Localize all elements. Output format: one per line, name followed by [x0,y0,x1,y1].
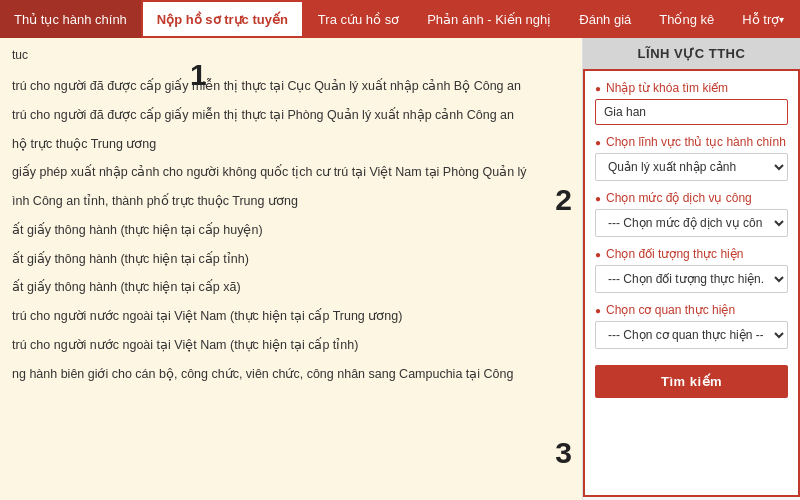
nav-item-tra-cu-h-s[interactable]: Tra cứu hồ sơ [304,0,413,38]
subject-label: Chọn đối tượng thực hiện [595,247,788,261]
list-item[interactable]: hộ trực thuộc Trung ương [12,130,570,159]
step-1-number: 1 [190,58,572,92]
subject-select[interactable]: --- Chọn đối tượng thực hiện... [595,265,788,293]
list-item[interactable]: ất giấy thông hành (thực hiện tại cấp xã… [12,273,570,302]
left-content: tuc trú cho người đã được cấp giấy miễn … [0,38,582,500]
list-item[interactable]: giấy phép xuất nhập cảnh cho người không… [12,158,570,187]
nav-item-phn-nh---kin-ngh[interactable]: Phản ánh - Kiến nghị [413,0,565,38]
service-level-label: Chọn mức độ dịch vụ công [595,191,788,205]
nav-item-nh-gi[interactable]: Đánh giá [565,0,645,38]
list-item[interactable]: ình Công an tỉnh, thành phố trực thuộc T… [12,187,570,216]
nav-item-th-tc-hnh-chnh[interactable]: Thủ tục hành chính [0,0,141,38]
nav-item-thng-k[interactable]: Thống kê [645,0,728,38]
main-nav: Thủ tục hành chínhNộp hồ sơ trực tuyếnTr… [0,0,800,38]
step-3-number: 3 [555,436,572,470]
search-button[interactable]: Tìm kiếm [595,365,788,398]
list-item[interactable]: ng hành biên giới cho cán bộ, công chức,… [12,360,570,389]
subject-group: Chọn đối tượng thực hiện --- Chọn đối tư… [595,247,788,293]
search-input[interactable] [595,99,788,125]
sidebar-title: LĨNH VỰC TTHC [583,38,800,69]
search-label: Nhập từ khóa tìm kiếm [595,81,788,95]
list-item[interactable]: ất giấy thông hành (thực hiện tại cấp hu… [12,216,570,245]
sector-field-group: Chọn lĩnh vực thủ tục hành chính Quản lý… [595,135,788,181]
main-container: tuc trú cho người đã được cấp giấy miễn … [0,38,800,500]
service-level-select[interactable]: --- Chọn mức độ dịch vụ côn... [595,209,788,237]
nav-item-h-tr[interactable]: Hỗ trợ [728,0,798,38]
list-item[interactable]: ất giấy thông hành (thực hiện tại cấp tỉ… [12,245,570,274]
nav-item-np-h-s-trc-tuyn[interactable]: Nộp hồ sơ trực tuyến [141,0,304,38]
search-field-group: Nhập từ khóa tìm kiếm [595,81,788,125]
sector-label: Chọn lĩnh vực thủ tục hành chính [595,135,788,149]
list-item[interactable]: trú cho người nước ngoài tại Việt Nam (t… [12,331,570,360]
list-item[interactable]: trú cho người nước ngoài tại Việt Nam (t… [12,302,570,331]
sector-select[interactable]: Quản lý xuất nhập cảnh [595,153,788,181]
service-level-group: Chọn mức độ dịch vụ công --- Chọn mức độ… [595,191,788,237]
procedure-list: trú cho người đã được cấp giấy miễn thị … [12,72,570,388]
agency-label: Chọn cơ quan thực hiện [595,303,788,317]
agency-select[interactable]: --- Chọn cơ quan thực hiện --- [595,321,788,349]
sidebar-body: Nhập từ khóa tìm kiếm Chọn lĩnh vực thủ … [583,69,800,497]
list-item[interactable]: trú cho người đã được cấp giấy miễn thị … [12,101,570,130]
agency-group: Chọn cơ quan thực hiện --- Chọn cơ quan … [595,303,788,349]
step-2-number: 2 [555,183,572,217]
right-sidebar: LĨNH VỰC TTHC Nhập từ khóa tìm kiếm Chọn… [582,38,800,500]
